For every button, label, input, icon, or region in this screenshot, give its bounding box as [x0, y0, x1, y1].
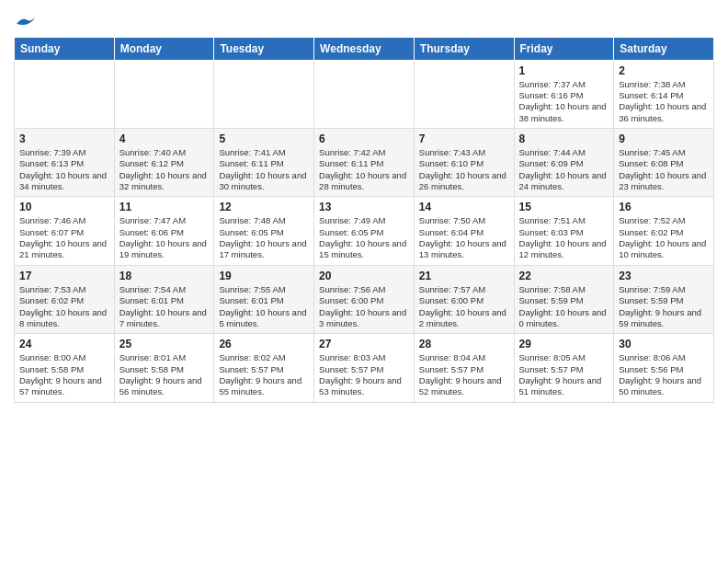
cell-info: Sunrise: 7:40 AM — [119, 147, 210, 158]
cell-info: Daylight: 9 hours and 51 minutes. — [519, 375, 609, 398]
day-number: 11 — [119, 201, 210, 213]
cell-info: Sunset: 6:01 PM — [219, 295, 309, 306]
cell-info: Sunrise: 7:52 AM — [619, 215, 709, 226]
calendar-cell: 26Sunrise: 8:02 AMSunset: 5:57 PMDayligh… — [214, 334, 314, 402]
cell-info: Sunrise: 7:41 AM — [219, 147, 309, 158]
calendar-week-2: 3Sunrise: 7:39 AMSunset: 6:13 PMDaylight… — [15, 129, 714, 197]
day-number: 25 — [119, 338, 210, 350]
cell-info: Sunrise: 7:48 AM — [219, 215, 309, 226]
cell-info: Daylight: 10 hours and 19 minutes. — [119, 238, 210, 261]
col-header-friday: Friday — [514, 37, 614, 60]
cell-info: Sunrise: 7:42 AM — [319, 147, 409, 158]
cell-info: Sunset: 6:03 PM — [519, 227, 609, 238]
cell-info: Daylight: 9 hours and 59 minutes. — [619, 307, 709, 330]
cell-info: Daylight: 10 hours and 5 minutes. — [219, 307, 309, 330]
logo-text — [14, 13, 39, 32]
col-header-sunday: Sunday — [15, 37, 115, 60]
cell-info: Sunrise: 7:45 AM — [619, 147, 709, 158]
cell-info: Sunrise: 7:39 AM — [19, 147, 109, 158]
calendar-week-3: 10Sunrise: 7:46 AMSunset: 6:07 PMDayligh… — [15, 197, 714, 265]
cell-info: Daylight: 10 hours and 28 minutes. — [319, 170, 409, 193]
calendar-cell — [214, 60, 314, 128]
day-number: 1 — [519, 64, 609, 77]
calendar-cell — [414, 60, 514, 128]
calendar-cell: 23Sunrise: 7:59 AMSunset: 5:59 PMDayligh… — [614, 265, 714, 333]
col-header-thursday: Thursday — [414, 37, 514, 60]
cell-info: Sunrise: 7:49 AM — [319, 215, 409, 226]
day-number: 15 — [519, 201, 609, 213]
calendar-cell: 1Sunrise: 7:37 AMSunset: 6:16 PMDaylight… — [514, 60, 614, 128]
col-header-wednesday: Wednesday — [314, 37, 415, 60]
cell-info: Sunset: 5:58 PM — [19, 364, 109, 375]
day-number: 8 — [519, 132, 609, 145]
calendar-cell: 18Sunrise: 7:54 AMSunset: 6:01 PMDayligh… — [114, 265, 214, 333]
cell-info: Sunset: 6:05 PM — [219, 227, 309, 238]
cell-info: Daylight: 9 hours and 55 minutes. — [219, 375, 309, 398]
calendar-cell: 29Sunrise: 8:05 AMSunset: 5:57 PMDayligh… — [514, 334, 614, 402]
cell-info: Sunrise: 7:58 AM — [519, 284, 609, 295]
page-container: SundayMondayTuesdayWednesdayThursdayFrid… — [0, 0, 728, 408]
cell-info: Daylight: 10 hours and 17 minutes. — [219, 238, 309, 261]
calendar-cell: 25Sunrise: 8:01 AMSunset: 5:58 PMDayligh… — [114, 334, 214, 402]
calendar-cell: 22Sunrise: 7:58 AMSunset: 5:59 PMDayligh… — [514, 265, 614, 333]
day-number: 27 — [319, 338, 409, 350]
cell-info: Sunrise: 7:47 AM — [119, 215, 210, 226]
calendar-cell — [114, 60, 214, 128]
cell-info: Sunset: 6:05 PM — [319, 227, 409, 238]
cell-info: Sunrise: 7:51 AM — [519, 215, 609, 226]
day-number: 26 — [219, 338, 309, 350]
cell-info: Daylight: 10 hours and 30 minutes. — [219, 170, 309, 193]
calendar-cell: 3Sunrise: 7:39 AMSunset: 6:13 PMDaylight… — [15, 129, 115, 197]
day-number: 5 — [219, 132, 309, 145]
day-number: 7 — [419, 132, 509, 145]
day-number: 22 — [519, 270, 609, 282]
calendar-cell: 11Sunrise: 7:47 AMSunset: 6:06 PMDayligh… — [114, 197, 214, 265]
logo — [14, 13, 39, 29]
calendar-cell: 13Sunrise: 7:49 AMSunset: 6:05 PMDayligh… — [314, 197, 415, 265]
cell-info: Sunset: 6:12 PM — [119, 158, 210, 169]
cell-info: Sunrise: 7:54 AM — [119, 284, 210, 295]
cell-info: Daylight: 10 hours and 2 minutes. — [419, 307, 509, 330]
day-number: 24 — [19, 338, 109, 350]
cell-info: Sunrise: 8:02 AM — [219, 352, 309, 363]
day-number: 17 — [19, 270, 109, 282]
calendar-week-1: 1Sunrise: 7:37 AMSunset: 6:16 PMDaylight… — [15, 60, 714, 128]
cell-info: Daylight: 10 hours and 36 minutes. — [619, 101, 709, 124]
cell-info: Sunrise: 8:06 AM — [619, 352, 709, 363]
cell-info: Sunset: 5:59 PM — [519, 295, 609, 306]
cell-info: Daylight: 9 hours and 52 minutes. — [419, 375, 509, 398]
cell-info: Daylight: 10 hours and 38 minutes. — [519, 101, 609, 124]
day-number: 4 — [119, 132, 210, 145]
header — [14, 9, 714, 29]
calendar-cell: 17Sunrise: 7:53 AMSunset: 6:02 PMDayligh… — [15, 265, 115, 333]
calendar-cell: 10Sunrise: 7:46 AMSunset: 6:07 PMDayligh… — [15, 197, 115, 265]
calendar-cell: 4Sunrise: 7:40 AMSunset: 6:12 PMDaylight… — [114, 129, 214, 197]
cell-info: Sunrise: 7:56 AM — [319, 284, 409, 295]
calendar-cell: 15Sunrise: 7:51 AMSunset: 6:03 PMDayligh… — [514, 197, 614, 265]
cell-info: Sunset: 6:02 PM — [19, 295, 109, 306]
day-number: 19 — [219, 270, 309, 282]
cell-info: Sunrise: 7:55 AM — [219, 284, 309, 295]
calendar-week-5: 24Sunrise: 8:00 AMSunset: 5:58 PMDayligh… — [15, 334, 714, 402]
calendar-cell: 9Sunrise: 7:45 AMSunset: 6:08 PMDaylight… — [614, 129, 714, 197]
cell-info: Daylight: 10 hours and 7 minutes. — [119, 307, 210, 330]
cell-info: Sunset: 5:57 PM — [319, 364, 409, 375]
cell-info: Sunset: 6:13 PM — [19, 158, 109, 169]
day-number: 10 — [19, 201, 109, 213]
cell-info: Sunset: 6:10 PM — [419, 158, 509, 169]
cell-info: Sunset: 5:57 PM — [219, 364, 309, 375]
cell-info: Daylight: 10 hours and 10 minutes. — [619, 238, 709, 261]
calendar-cell: 12Sunrise: 7:48 AMSunset: 6:05 PMDayligh… — [214, 197, 314, 265]
cell-info: Daylight: 10 hours and 23 minutes. — [619, 170, 709, 193]
col-header-saturday: Saturday — [614, 37, 714, 60]
cell-info: Sunset: 6:00 PM — [419, 295, 509, 306]
cell-info: Sunset: 5:58 PM — [119, 364, 210, 375]
cell-info: Sunrise: 7:46 AM — [19, 215, 109, 226]
day-number: 28 — [419, 338, 509, 350]
calendar-cell: 8Sunrise: 7:44 AMSunset: 6:09 PMDaylight… — [514, 129, 614, 197]
day-number: 14 — [419, 201, 509, 213]
cell-info: Daylight: 10 hours and 8 minutes. — [19, 307, 109, 330]
cell-info: Sunset: 6:06 PM — [119, 227, 210, 238]
cell-info: Daylight: 10 hours and 13 minutes. — [419, 238, 509, 261]
cell-info: Sunrise: 8:01 AM — [119, 352, 210, 363]
